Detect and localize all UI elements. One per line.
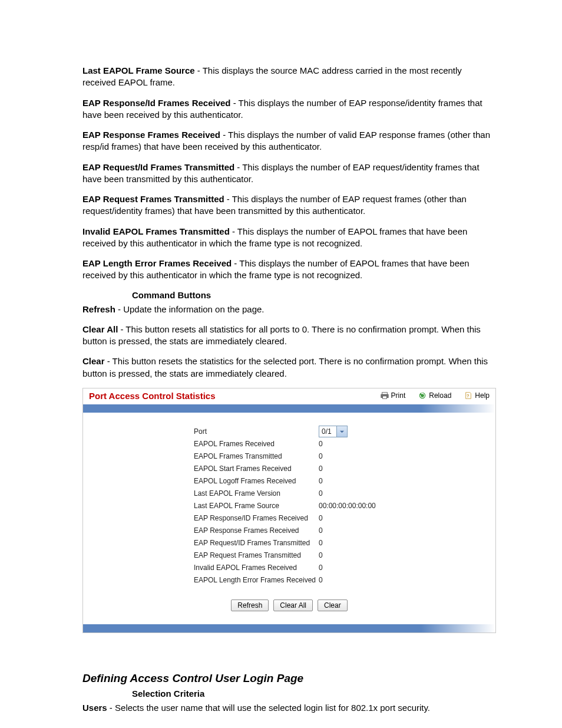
print-label: Print: [391, 391, 406, 400]
stat-value: 0: [319, 477, 323, 485]
statistics-panel: Port Access Control Statistics Print Rel…: [82, 388, 496, 633]
stat-row: Last EAPOL Frame Source00:00:00:00:00:00: [194, 500, 490, 512]
stat-value: 0: [319, 440, 323, 448]
svg-rect-0: [382, 393, 387, 395]
reload-action[interactable]: Reload: [418, 391, 451, 400]
port-select-value: 0/1: [319, 427, 336, 436]
clear-all-button[interactable]: Clear All: [273, 599, 313, 611]
stat-value: 0: [319, 526, 323, 535]
print-action[interactable]: Print: [381, 391, 406, 400]
stat-value: 0: [319, 551, 323, 559]
stat-row: EAP Request/ID Frames Transmitted0: [194, 537, 490, 549]
reload-icon: [418, 391, 427, 400]
port-label: Port: [194, 427, 319, 436]
panel-header: Port Access Control Statistics Print Rel…: [83, 388, 495, 404]
definition-term: EAP Request/Id Frames Transmitted: [82, 162, 234, 172]
stat-label: EAPOL Logoff Frames Received: [194, 477, 319, 485]
stat-value: 0: [319, 564, 323, 572]
command-term: Clear: [82, 356, 105, 366]
svg-rect-2: [382, 396, 386, 398]
panel-title: Port Access Control Statistics: [89, 391, 216, 401]
command-paragraph: Clear - This button resets the statistic…: [82, 355, 497, 380]
stat-label: EAPOL Frames Transmitted: [194, 452, 319, 460]
command-term: Clear All: [82, 324, 118, 334]
stat-row: EAP Response Frames Received0: [194, 525, 490, 537]
definition-paragraph: EAP Request Frames Transmitted - This di…: [82, 193, 497, 218]
definition-term: EAP Response/Id Frames Received: [82, 98, 231, 108]
definition-term: EAP Response Frames Received: [82, 130, 220, 140]
chevron-down-icon: [336, 426, 347, 437]
definition-paragraph: EAP Request/Id Frames Transmitted - This…: [82, 162, 497, 186]
selection-criteria-heading: Selection Criteria: [132, 689, 497, 699]
command-paragraph: Refresh - Update the information on the …: [82, 304, 497, 315]
command-paragraph: Clear All - This button resets all stati…: [82, 324, 497, 348]
section-title: Defining Access Control User Login Page: [82, 672, 497, 685]
stat-value: 0: [319, 452, 323, 460]
stat-row: EAP Request Frames Transmitted0: [194, 549, 490, 562]
stat-value: 0: [319, 539, 323, 547]
help-action[interactable]: ? Help: [464, 391, 490, 400]
stat-row: EAPOL Frames Transmitted0: [194, 450, 490, 463]
port-row: Port 0/1: [194, 426, 490, 438]
stat-value: 0: [319, 514, 323, 522]
users-text: - Selects the user name that will use th…: [107, 703, 430, 713]
help-label: Help: [475, 391, 490, 400]
refresh-button[interactable]: Refresh: [231, 599, 269, 611]
users-term: Users: [82, 703, 107, 713]
definition-paragraph: EAP Response/Id Frames Received - This d…: [82, 97, 497, 121]
definition-term: EAP Length Error Frames Received: [82, 258, 232, 268]
command-text: - Update the information on the page.: [115, 304, 265, 314]
port-select[interactable]: 0/1: [319, 426, 348, 437]
clear-button[interactable]: Clear: [318, 599, 348, 611]
stat-row: Last EAPOL Frame Version0: [194, 487, 490, 500]
panel-bottom-bar: [83, 624, 495, 633]
panel-actions: Print Reload ? Help: [381, 391, 490, 400]
print-icon: [381, 391, 389, 400]
definition-term: Invalid EAPOL Frames Transmitted: [82, 226, 230, 236]
stat-label: Last EAPOL Frame Source: [194, 502, 319, 510]
stat-value: 0: [319, 465, 323, 473]
definition-paragraph: Invalid EAPOL Frames Transmitted - This …: [82, 226, 497, 250]
command-text: - This button resets all statistics for …: [82, 324, 481, 346]
command-buttons-heading: Command Buttons: [132, 290, 497, 300]
stat-value: 00:00:00:00:00:00: [319, 502, 376, 510]
svg-text:?: ?: [467, 393, 470, 398]
stat-label: EAPOL Frames Received: [194, 440, 319, 448]
stat-label: EAPOL Length Error Frames Received: [194, 576, 319, 584]
definition-term: EAP Request Frames Transmitted: [82, 194, 224, 204]
stat-row: EAP Response/ID Frames Received0: [194, 512, 490, 525]
users-definition: Users - Selects the user name that will …: [82, 702, 497, 714]
definition-term: Last EAPOL Frame Source: [82, 65, 195, 75]
stat-row: EAPOL Length Error Frames Received0: [194, 574, 490, 587]
stat-row: EAPOL Logoff Frames Received0: [194, 475, 490, 487]
reload-label: Reload: [429, 391, 451, 400]
stat-row: Invalid EAPOL Frames Received0: [194, 562, 490, 574]
command-text: - This button resets the statistics for …: [82, 356, 488, 378]
stat-value: 0: [319, 576, 323, 584]
stat-label: Invalid EAPOL Frames Received: [194, 564, 319, 572]
command-term: Refresh: [82, 304, 115, 314]
definition-paragraph: EAP Length Error Frames Received - This …: [82, 258, 497, 282]
definition-paragraph: Last EAPOL Frame Source - This displays …: [82, 65, 497, 89]
stat-row: EAPOL Start Frames Received0: [194, 463, 490, 475]
stat-label: Last EAPOL Frame Version: [194, 489, 319, 498]
stat-label: EAPOL Start Frames Received: [194, 465, 319, 473]
panel-top-bar: [83, 404, 495, 413]
stat-label: EAP Response/ID Frames Received: [194, 514, 319, 522]
help-icon: ?: [464, 391, 472, 400]
stat-label: EAP Request Frames Transmitted: [194, 551, 319, 559]
definition-paragraph: EAP Response Frames Received - This disp…: [82, 129, 497, 153]
stat-label: EAP Request/ID Frames Transmitted: [194, 539, 319, 547]
stat-value: 0: [319, 489, 323, 498]
stat-label: EAP Response Frames Received: [194, 526, 319, 535]
stat-row: EAPOL Frames Received0: [194, 438, 490, 450]
